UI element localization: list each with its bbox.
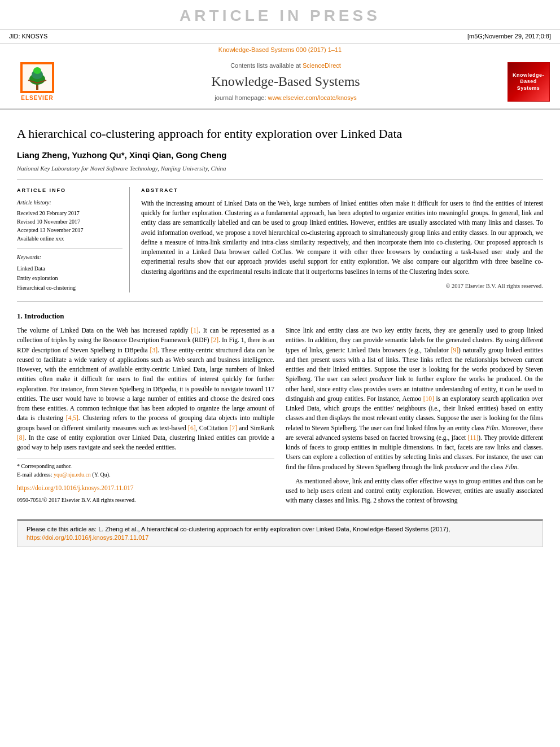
- ref-10-link[interactable]: [10]: [423, 395, 434, 402]
- footnote-area: * Corresponding author. E-mail address: …: [17, 458, 274, 479]
- journal-volume-line: Knowledge-Based Systems 000 (2017) 1–11: [0, 44, 560, 56]
- intro-right-p1: Since link and entity class are two key …: [286, 326, 543, 472]
- ref-3-link[interactable]: [3]: [150, 347, 158, 353]
- abstract-text: With the increasing amount of Linked Dat…: [141, 199, 543, 277]
- homepage-link[interactable]: www.elsevier.com/locate/knosys: [268, 94, 357, 101]
- email-link[interactable]: yqu@nju.edu.cn: [54, 471, 91, 478]
- section-divider-1: [17, 302, 543, 302]
- contents-available: Contents lists available at ScienceDirec…: [75, 62, 497, 70]
- ref-1-link[interactable]: [1]: [191, 327, 198, 334]
- article-info-label: ARTICLE INFO: [17, 187, 123, 194]
- ref-11-link[interactable]: [11]: [468, 434, 479, 441]
- ref-9-link[interactable]: [9]: [451, 347, 458, 353]
- article-info-col: ARTICLE INFO Article history: Received 2…: [17, 187, 130, 292]
- ref-4-5-link[interactable]: [4,5]: [66, 414, 78, 421]
- sciencedirect-link[interactable]: ScienceDirect: [303, 62, 341, 69]
- intro-left-col: The volume of Linked Data on the Web has…: [17, 326, 274, 510]
- intro-left-p1: The volume of Linked Data on the Web has…: [17, 326, 274, 452]
- kbs-logo: Knowledge-BasedSystems: [508, 62, 550, 102]
- footnote-corresponding: * Corresponding author.: [17, 462, 274, 470]
- history-label: Article history:: [17, 199, 123, 207]
- keyword-3: Hierarchical co-clustering: [17, 283, 123, 292]
- ref-6-link[interactable]: [6]: [188, 425, 195, 431]
- keyword-2: Entity exploration: [17, 273, 123, 283]
- keywords-label: Keywords:: [17, 254, 123, 261]
- issn-line: 0950-7051/© 2017 Elsevier B.V. All right…: [17, 496, 274, 504]
- journal-volume-link[interactable]: Knowledge-Based Systems 000 (2017) 1–11: [218, 46, 342, 53]
- revised-date: Revised 10 November 2017: [17, 217, 123, 226]
- intro-right-col: Since link and entity class are two key …: [286, 326, 543, 510]
- elsevier-logo: ELSEVIER: [9, 62, 65, 102]
- elsevier-logo-container: ELSEVIER: [9, 62, 65, 102]
- ref-7-link[interactable]: [7]: [230, 425, 237, 431]
- article-info-abstract: ARTICLE INFO Article history: Received 2…: [17, 180, 543, 292]
- homepage-line: journal homepage: www.elsevier.com/locat…: [75, 94, 497, 102]
- affiliation: National Key Laboratory for Novel Softwa…: [17, 164, 543, 173]
- elsevier-text: ELSEVIER: [21, 94, 53, 102]
- elsevier-tree-graphic: [20, 62, 54, 93]
- svg-point-5: [33, 67, 41, 74]
- abstract-col: ABSTRACT With the increasing amount of L…: [141, 187, 543, 292]
- citation-doi-link[interactable]: https://doi.org/10.1016/j.knosys.2017.11…: [27, 534, 149, 541]
- intro-right-p2: As mentioned above, link and entity clas…: [286, 477, 543, 506]
- article-in-press-banner: ARTICLE IN PRESS: [0, 0, 560, 30]
- doi-link[interactable]: https://doi.org/10.1016/j.knosys.2017.11…: [17, 484, 133, 491]
- citation-bar: Please cite this article as: L. Zheng et…: [17, 519, 543, 548]
- footnote-email: E-mail address: yqu@nju.edu.cn (Y. Qu).: [17, 470, 274, 479]
- journal-center: Contents lists available at ScienceDirec…: [75, 62, 497, 102]
- keyword-1: Linked Data: [17, 264, 123, 273]
- article-in-press-text: ARTICLE IN PRESS: [180, 7, 380, 24]
- journal-title: Knowledge-Based Systems: [75, 72, 497, 91]
- authors-text: Liang Zheng, Yuzhong Qu*, Xinqi Qian, Go…: [17, 150, 226, 160]
- received-date: Received 20 February 2017: [17, 209, 123, 217]
- ref-8-link[interactable]: [8]: [17, 434, 24, 441]
- authors-line: Liang Zheng, Yuzhong Qu*, Xinqi Qian, Go…: [17, 149, 543, 161]
- citation-text: Please cite this article as: L. Zheng et…: [27, 526, 450, 532]
- kbs-logo-container: Knowledge-BasedSystems: [506, 62, 551, 102]
- ref-2-link[interactable]: [2]: [211, 337, 218, 343]
- paper-title: A hierarchical co-clustering approach fo…: [17, 126, 543, 142]
- abstract-label: ABSTRACT: [141, 187, 543, 194]
- version-label: [m5G;November 29, 2017;0:8]: [467, 32, 551, 41]
- intro-two-col: The volume of Linked Data on the Web has…: [17, 326, 543, 510]
- intro-heading: 1. Introduction: [17, 311, 543, 321]
- copyright-line: © 2017 Elsevier B.V. All rights reserved…: [141, 282, 543, 291]
- main-content: A hierarchical co-clustering approach fo…: [0, 117, 560, 556]
- available-date: Available online xxx: [17, 234, 123, 243]
- journal-header: ELSEVIER Contents lists available at Sci…: [0, 56, 560, 109]
- jid-label: JID: KNOSYS: [9, 32, 47, 41]
- top-meta-bar: JID: KNOSYS [m5G;November 29, 2017;0:8]: [0, 30, 560, 43]
- header-divider: [0, 109, 560, 110]
- keywords-section: Keywords: Linked Data Entity exploration…: [17, 248, 123, 292]
- accepted-date: Accepted 13 November 2017: [17, 226, 123, 234]
